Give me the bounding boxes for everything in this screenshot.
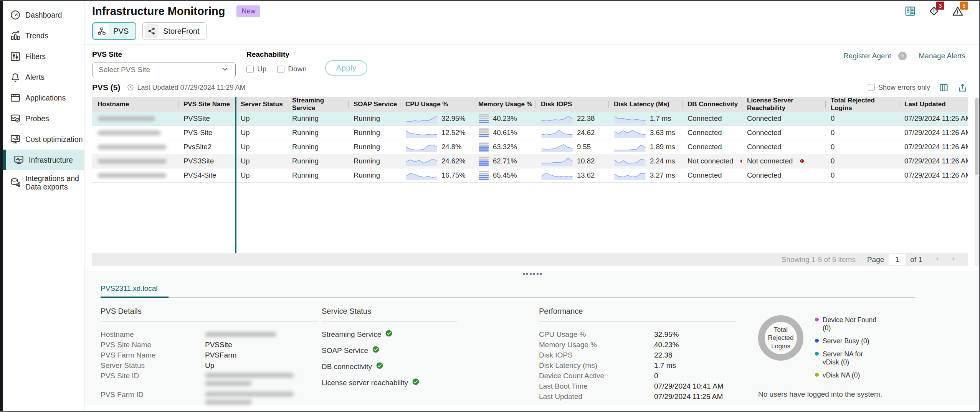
page-input[interactable] bbox=[889, 254, 906, 265]
cell-cpu-usage: 24.8% bbox=[400, 140, 473, 154]
sidebar-item-label: Probes bbox=[25, 114, 49, 123]
apply-button[interactable]: Apply bbox=[325, 60, 367, 76]
table-scrollbar[interactable] bbox=[975, 97, 979, 266]
page-title: Infrastructure Monitoring bbox=[92, 5, 225, 18]
page-label: Page bbox=[867, 255, 884, 264]
clock-icon bbox=[127, 84, 134, 91]
column-header-soap-service[interactable]: SOAP Service bbox=[348, 97, 400, 112]
checkbox-box[interactable] bbox=[868, 84, 875, 91]
warnings-count: 6 bbox=[960, 2, 968, 10]
table-row[interactable]: PVS3Site Up Running Running 24.62% 62.71… bbox=[92, 154, 968, 168]
sidebar-item-dashboard[interactable]: Dashboard bbox=[3, 5, 84, 25]
column-header-hostname[interactable]: Hostname bbox=[92, 97, 178, 112]
table-row[interactable]: PVS-Site Up Running Running 12.52% 40.61… bbox=[92, 126, 968, 140]
sparkline-chart bbox=[541, 156, 573, 166]
legend-label: Device Not Found (0) bbox=[823, 316, 878, 332]
checkbox-box[interactable] bbox=[277, 66, 284, 73]
drag-dots-icon[interactable] bbox=[523, 273, 542, 277]
reachability-down-checkbox[interactable]: Down bbox=[277, 65, 307, 73]
reachability-up-checkbox[interactable]: Up bbox=[246, 65, 266, 73]
previous-page-icon[interactable] bbox=[934, 255, 941, 264]
tab-pvs[interactable]: PVS bbox=[92, 22, 136, 40]
sidebar-item-cost-optimization[interactable]: Cost optimization bbox=[3, 129, 84, 150]
panel-resize-handle[interactable] bbox=[84, 271, 980, 277]
export-icon[interactable] bbox=[957, 82, 968, 93]
table-row[interactable]: PVSSite Up Running Running 32.95% 40.23%… bbox=[92, 112, 968, 126]
sidebar-item-integrations-and-data-exports[interactable]: Integrations and Data exports bbox=[3, 170, 84, 195]
tab-storefront[interactable]: StoreFront bbox=[142, 22, 207, 40]
show-errors-only-checkbox[interactable]: Show errors only bbox=[868, 84, 930, 92]
cell-streaming-service: Running bbox=[287, 112, 348, 125]
help-icon[interactable]: ? bbox=[898, 52, 907, 60]
column-header-disk-iops[interactable]: Disk IOPS bbox=[535, 97, 608, 112]
topbar-icons: 3 6 bbox=[904, 5, 968, 17]
sidebar-item-label: Applications bbox=[25, 94, 66, 102]
table-row[interactable]: PVS4-Site Up Running Running 16.75% 65.4… bbox=[92, 168, 968, 183]
column-header-last-updated[interactable]: Last Updated bbox=[899, 97, 968, 112]
warning-triangle-icon[interactable]: 6 bbox=[952, 5, 964, 17]
column-header-cpu-usage[interactable]: CPU Usage % bbox=[400, 97, 473, 112]
column-header-db-connectivity[interactable]: DB Connectivity bbox=[682, 97, 742, 112]
sidebar-item-label: Alerts bbox=[25, 73, 45, 81]
column-header-server-status[interactable]: Server Status bbox=[235, 97, 287, 112]
column-header-pvs-site-name[interactable]: PVS Site Name bbox=[178, 97, 235, 112]
manage-alerts-link[interactable]: Manage Alerts bbox=[919, 52, 965, 60]
table-row[interactable]: PvsSite2 Up Running Running 24.8% 63.32%… bbox=[92, 140, 968, 154]
service-status-label: DB connectivity bbox=[322, 363, 372, 371]
legend-label: Server Busy (0) bbox=[823, 337, 869, 345]
cell-cpu-usage: 24.62% bbox=[400, 154, 473, 168]
column-header-streaming-service[interactable]: Streaming Service bbox=[287, 97, 348, 112]
sidebar-item-filters[interactable]: Filters bbox=[3, 46, 84, 67]
detail-field-label: PVS Site Name bbox=[101, 340, 205, 350]
column-header-memory-usage[interactable]: Memory Usage % bbox=[473, 97, 535, 112]
checkbox-box[interactable] bbox=[246, 66, 254, 73]
cell-last-updated: 07/29/2024 11:26 AM bbox=[899, 154, 968, 168]
redacted-hostname bbox=[98, 159, 167, 164]
column-settings-icon[interactable] bbox=[939, 82, 949, 93]
performance-title: Performance bbox=[539, 307, 735, 322]
scrollbar-thumb[interactable] bbox=[975, 98, 978, 175]
cell-last-updated: 07/29/2024 11:26 AM bbox=[899, 126, 968, 140]
detail-field-label: Hostname bbox=[101, 330, 205, 339]
detail-panel: PVS2311.xd.local PVS Details Hostname PV… bbox=[84, 277, 980, 405]
sidebar-item-label: Cost optimization bbox=[25, 135, 83, 143]
cell-license-reachability: Connected bbox=[742, 168, 825, 182]
cost-optimization-icon bbox=[9, 133, 22, 146]
pvs-site-select[interactable]: Select PVS Site bbox=[92, 63, 236, 77]
column-header-license-server-reachability[interactable]: License Server Reachability bbox=[742, 97, 825, 112]
documentation-icon[interactable] bbox=[904, 5, 916, 17]
chart-legend: Device Not Found (0) Server Busy (0) Ser… bbox=[815, 316, 878, 379]
legend-item-device-not-found-0: Device Not Found (0) bbox=[815, 316, 878, 332]
service-status-title: Service Status bbox=[322, 307, 457, 322]
sidebar-item-trends[interactable]: Trends bbox=[3, 25, 84, 46]
sidebar-item-applications[interactable]: Applications bbox=[3, 87, 84, 108]
detail-tab-hostname[interactable]: PVS2311.xd.local bbox=[101, 282, 169, 298]
reachability-label: Reachability bbox=[246, 50, 307, 59]
column-header-disk-latency-ms[interactable]: Disk Latency (Ms) bbox=[608, 97, 682, 112]
cell-hostname bbox=[92, 112, 178, 125]
column-header-total-rejected-logins[interactable]: Total Rejected Logins bbox=[825, 97, 899, 112]
sidebar-item-probes[interactable]: Probes bbox=[3, 108, 84, 129]
sidebar-item-label: Infrastructure bbox=[29, 156, 73, 164]
sidebar-item-infrastructure[interactable]: Infrastructure bbox=[3, 150, 84, 170]
component-tabs: PVS StoreFront bbox=[92, 22, 968, 44]
performance-field-label: Last Boot Time bbox=[539, 381, 654, 391]
rejected-logins-chart: Total Rejected Logins Device Not Found (… bbox=[758, 315, 942, 399]
sparkline-chart bbox=[614, 128, 646, 138]
register-agent-link[interactable]: Register Agent bbox=[843, 52, 891, 60]
cell-cpu-usage: 32.95% bbox=[400, 112, 473, 125]
cell-license-reachability: Connected bbox=[742, 140, 825, 154]
redacted-value bbox=[205, 371, 294, 389]
sidebar-item-alerts[interactable]: Alerts bbox=[3, 67, 84, 87]
next-page-icon[interactable] bbox=[950, 255, 957, 264]
cell-memory-usage: 40.61% bbox=[473, 126, 535, 140]
cell-cpu-usage: 12.52% bbox=[400, 126, 473, 140]
trends-icon bbox=[9, 29, 22, 42]
performance-field-value: 22.38 bbox=[654, 350, 673, 360]
critical-alerts-icon[interactable]: 3 bbox=[928, 5, 940, 17]
integrations-icon bbox=[9, 176, 22, 189]
cell-total-rejected-logins: 0 bbox=[825, 140, 899, 154]
service-status-license-server-reachability: License server reachability bbox=[322, 378, 457, 387]
performance-field-device-count-active: Device Count Active 0 bbox=[539, 371, 735, 381]
cell-disk-latency: 3.63 ms bbox=[608, 126, 682, 140]
